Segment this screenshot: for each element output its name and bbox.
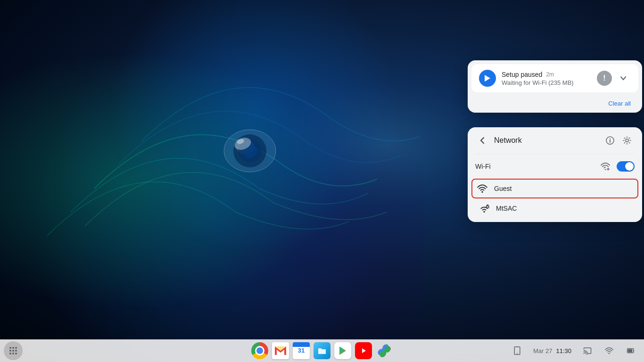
svg-point-21 (12, 347, 14, 349)
chrome-logo (251, 342, 268, 359)
files-folder-icon (317, 346, 327, 355)
gmail-logo (272, 342, 289, 359)
network-header: Network (468, 127, 642, 154)
system-tray-clock[interactable]: Mar 27 11:30 (529, 346, 575, 356)
youtube-logo (355, 342, 372, 359)
svg-point-16 (481, 191, 483, 193)
notification-actions: ! (597, 71, 631, 86)
tray-time: 11:30 (556, 347, 571, 354)
svg-point-20 (9, 347, 11, 349)
clear-all-button[interactable]: Clear all (604, 98, 635, 109)
cast-screen-icon (583, 346, 592, 355)
network-settings-button[interactable] (619, 133, 635, 148)
phone-hub-icon[interactable] (508, 341, 527, 360)
photos-app-icon[interactable] (375, 341, 394, 360)
notification-content: Setup paused 2m Waiting for Wi-Fi (235 M… (502, 71, 591, 86)
svg-point-19 (487, 206, 487, 207)
youtube-app-icon[interactable] (354, 341, 373, 360)
wifi-full-icon (477, 184, 487, 193)
taskbar: 31 (0, 339, 644, 362)
svg-point-25 (15, 350, 17, 352)
chevron-down-icon (619, 74, 627, 82)
tray-date: Mar 27 (533, 347, 552, 354)
launcher-button[interactable] (4, 341, 23, 360)
files-logo (314, 342, 330, 359)
calendar-app-icon[interactable]: 31 (292, 341, 311, 360)
svg-marker-29 (362, 348, 366, 353)
calendar-header-bar (293, 342, 310, 347)
toggle-knob (625, 162, 634, 171)
battery-tray-icon[interactable] (621, 341, 640, 360)
network-item-mtsac[interactable]: MtSAC (471, 198, 638, 218)
playstore-logo (334, 342, 351, 359)
svg-point-27 (12, 353, 14, 354)
wifi-section-row: Wi-Fi (468, 154, 642, 179)
wifi-label: Wi-Fi (475, 163, 592, 170)
photos-pinwheel-icon (376, 342, 393, 359)
play-triangle-icon (338, 346, 348, 356)
wifi-status-icon (605, 346, 613, 355)
files-app-icon[interactable] (313, 341, 331, 360)
network-name-guest: Guest (494, 185, 512, 192)
clear-all-row: Clear all (468, 96, 642, 113)
svg-rect-35 (628, 349, 633, 353)
smartphone-icon (512, 346, 522, 355)
system-tray[interactable]: Mar 27 11:30 (508, 341, 640, 360)
svg-point-17 (483, 211, 485, 213)
network-info-button[interactable] (603, 133, 618, 148)
network-title: Network (494, 136, 599, 145)
notification-expand-button[interactable] (616, 71, 631, 86)
network-panel: Network Wi-Fi (468, 127, 642, 222)
battery-status-icon (627, 346, 635, 355)
wifi-tray-icon[interactable] (600, 341, 619, 360)
notification-body: Waiting for Wi-Fi (235 MB) (502, 79, 591, 86)
settings-gear-icon (623, 136, 631, 145)
feather-svg (0, 0, 424, 339)
playstore-app-icon[interactable] (333, 341, 352, 360)
svg-point-12 (605, 169, 606, 170)
calendar-date-number: 31 (298, 347, 305, 354)
notification-card: Setup paused 2m Waiting for Wi-Fi (235 M… (471, 64, 638, 92)
svg-point-31 (517, 353, 518, 354)
wifi-toggle[interactable] (617, 161, 635, 172)
youtube-play-icon (359, 347, 368, 354)
notification-title: Setup paused (502, 71, 542, 78)
gmail-m-icon (275, 346, 286, 355)
info-icon (606, 136, 614, 145)
taskbar-app-dock: 31 (250, 341, 394, 360)
notification-warning-icon[interactable]: ! (597, 71, 612, 86)
add-wifi-icon (601, 162, 610, 171)
svg-point-22 (15, 347, 17, 349)
add-wifi-button[interactable] (598, 159, 613, 174)
photos-logo (376, 342, 393, 359)
svg-marker-7 (485, 75, 490, 82)
cast-icon[interactable] (578, 341, 597, 360)
network-header-icons (603, 133, 635, 148)
network-name-mtsac: MtSAC (496, 205, 517, 212)
svg-point-11 (626, 139, 628, 142)
back-arrow-icon (479, 136, 487, 145)
notification-app-icon (479, 70, 496, 87)
svg-point-23 (9, 350, 11, 352)
notification-panel: Setup paused 2m Waiting for Wi-Fi (235 M… (468, 60, 642, 113)
gmail-app-icon[interactable] (271, 341, 290, 360)
svg-point-33 (609, 353, 610, 354)
calendar-logo: 31 (293, 342, 310, 359)
back-button[interactable] (475, 133, 490, 148)
svg-point-10 (610, 139, 611, 140)
wifi-row-icons (598, 159, 635, 174)
play-icon (483, 74, 492, 83)
notification-time: 2m (546, 71, 554, 78)
chrome-app-icon[interactable] (250, 341, 269, 360)
svg-point-24 (12, 350, 14, 352)
svg-point-28 (15, 353, 17, 354)
wifi-lock-icon (479, 204, 489, 213)
notification-title-row: Setup paused 2m (502, 71, 591, 78)
launcher-grid-icon (8, 346, 18, 355)
svg-point-26 (9, 353, 11, 354)
network-item-guest[interactable]: Guest (471, 179, 638, 198)
